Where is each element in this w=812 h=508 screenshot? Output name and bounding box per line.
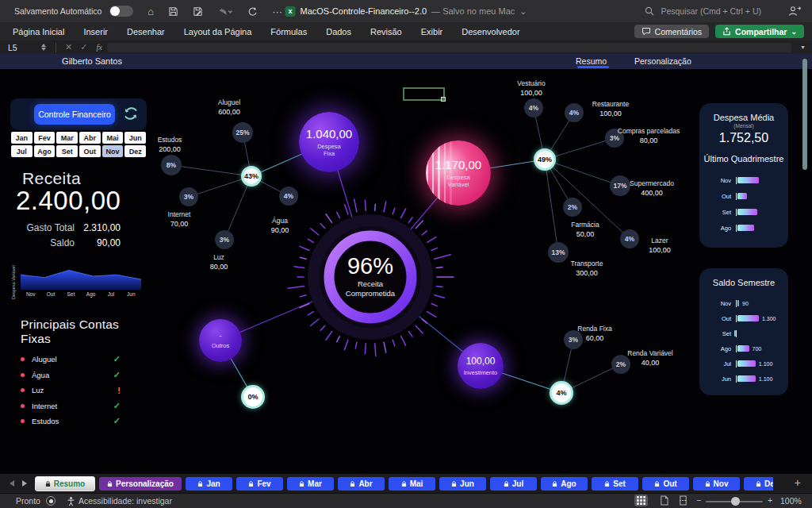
- comment-icon: [642, 27, 651, 37]
- macro-record-icon[interactable]: [46, 496, 56, 506]
- sheet-tab-set[interactable]: Set: [592, 477, 638, 491]
- node-name: Luz: [181, 252, 257, 262]
- label-vestuario: Vestuário100,00: [493, 79, 569, 98]
- bubble-label: Outros: [212, 342, 230, 349]
- controle-financeiro-button[interactable]: Controle Financeiro: [34, 104, 115, 125]
- formula-input[interactable]: [107, 43, 791, 52]
- zoom-slider-knob[interactable]: [731, 497, 740, 506]
- bar-row-nov: Nov90: [699, 296, 788, 311]
- name-box-stepper[interactable]: [41, 44, 46, 51]
- conta-estudos: Estudos✓: [21, 414, 121, 429]
- ribbon-tab-dados[interactable]: Dados: [326, 27, 351, 37]
- month-cell-jan[interactable]: Jan: [11, 132, 33, 144]
- header-nav-personalizacao[interactable]: Personalização: [634, 56, 691, 66]
- bubble-value: 1.170,00: [435, 158, 481, 171]
- sheet-tab-jan[interactable]: Jan: [186, 477, 232, 491]
- page-break-view-button[interactable]: [679, 495, 688, 506]
- ribbon-tab-layout-da-pagina[interactable]: Layout da Página: [184, 27, 252, 37]
- bar: [737, 300, 739, 306]
- sheet-tab-label: Jun: [460, 479, 474, 488]
- search-field[interactable]: Pesquisar (Cmd + Ctrl + U): [661, 6, 761, 16]
- node-name: Lazer: [622, 236, 698, 245]
- tabs-scroll-right-icon[interactable]: [22, 480, 27, 487]
- excel-doc-icon: x: [285, 6, 296, 17]
- redo-icon[interactable]: [247, 6, 258, 17]
- node-farmacia: 2%: [563, 198, 582, 217]
- comments-button[interactable]: Comentários: [634, 25, 710, 38]
- label-transporte: Transporte300,00: [549, 259, 625, 278]
- gauge-label-2: Comprometida: [327, 289, 414, 298]
- bubble-label: DespesaFixa: [317, 143, 341, 157]
- header-nav-resumo[interactable]: Resumo: [576, 56, 607, 66]
- vertical-scrollbar[interactable]: [802, 59, 807, 170]
- share-user-icon[interactable]: [788, 6, 801, 17]
- bullet-icon: [21, 357, 25, 361]
- month-cell-abr[interactable]: Abr: [79, 132, 101, 144]
- sheet-tab-mar[interactable]: Mar: [287, 477, 334, 491]
- sheet-tab-bar: ResumoPersonalizaçãoJanFevMarAbrMaiJunJu…: [0, 474, 812, 493]
- sheet-tab-mai[interactable]: Mai: [389, 477, 435, 491]
- more-icon[interactable]: ···: [272, 6, 282, 17]
- node-value: 100,00: [573, 109, 649, 118]
- alert-icon: !: [117, 386, 121, 395]
- refresh-icon[interactable]: [122, 105, 140, 122]
- node-value: 40,00: [612, 358, 688, 368]
- page-layout-view-button[interactable]: [660, 495, 668, 506]
- sheet-tab-personalizacao[interactable]: Personalização: [99, 477, 182, 491]
- share-label: Compartilhar: [735, 27, 787, 37]
- sheet-tab-dez[interactable]: Dez: [744, 477, 773, 491]
- mini-xlabel-set: Set: [61, 291, 81, 297]
- ribbon-tab-desenvolvedor[interactable]: Desenvolvedor: [462, 27, 519, 37]
- sheet-tab-nov[interactable]: Nov: [693, 477, 740, 491]
- filter-caret-icon[interactable]: ▼: [800, 44, 806, 50]
- autosave-toggle[interactable]: [109, 6, 133, 17]
- ribbon-tab-formulas[interactable]: Fórmulas: [270, 27, 307, 37]
- home-icon[interactable]: ⌂: [147, 6, 154, 17]
- zoom-in-button[interactable]: +: [768, 495, 772, 505]
- label-restaurante: Restaurante100,00: [573, 99, 649, 118]
- sheet-tab-jun[interactable]: Jun: [439, 477, 486, 491]
- sheet-tab-abr[interactable]: Abr: [338, 477, 385, 491]
- month-cell-set[interactable]: Set: [56, 145, 78, 157]
- quadrimestre-bars: NovOutSetAgo: [699, 172, 788, 236]
- ribbon-tab-revisao[interactable]: Revisão: [370, 27, 402, 37]
- sheet-tab-jul[interactable]: Jul: [490, 477, 537, 491]
- add-sheet-button[interactable]: +: [795, 476, 801, 489]
- mini-chart-ylabel: Despesa Variável: [11, 252, 16, 299]
- sheet-tab-fev[interactable]: Fev: [236, 477, 283, 491]
- ribbon-tab-desenhar[interactable]: Desenhar: [127, 27, 165, 37]
- sheet-tab-out[interactable]: Out: [642, 477, 689, 491]
- node-estudos: 8%: [161, 155, 182, 175]
- ribbon-tab-inserir[interactable]: Inserir: [83, 27, 108, 37]
- save-as-icon[interactable]: [193, 6, 203, 17]
- tabs-scroll-left-icon[interactable]: [10, 480, 14, 487]
- name-box[interactable]: L5: [8, 43, 41, 52]
- month-cell-nov[interactable]: Nov: [102, 145, 124, 157]
- title-chevron-icon[interactable]: ⌄: [519, 6, 527, 17]
- ribbon-tab-exibir[interactable]: Exibir: [421, 27, 443, 37]
- cancel-entry-icon[interactable]: ✕: [65, 42, 72, 52]
- bar-label: Nov: [707, 300, 736, 307]
- ribbon-tab-pagina-inicial[interactable]: Página Inicial: [13, 27, 64, 37]
- normal-view-button[interactable]: [634, 495, 648, 506]
- share-button[interactable]: Compartilhar ⌄: [715, 25, 804, 38]
- bar: [737, 315, 759, 321]
- accessibility-status[interactable]: Acessibilidade: investigar: [79, 496, 172, 506]
- zoom-out-button[interactable]: −: [696, 495, 701, 505]
- month-cell-jul[interactable]: Jul: [11, 145, 33, 157]
- save-icon[interactable]: [168, 6, 178, 17]
- month-cell-out[interactable]: Out: [79, 145, 101, 157]
- bar-row-out: Out1.300: [699, 311, 788, 326]
- zoom-percentage[interactable]: 100%: [780, 496, 802, 506]
- month-cell-fev[interactable]: Fev: [34, 132, 56, 144]
- month-cell-ago[interactable]: Ago: [34, 145, 56, 157]
- check-icon: ✓: [113, 401, 121, 411]
- fill-handle[interactable]: [441, 97, 446, 102]
- confirm-entry-icon[interactable]: ✓: [80, 42, 87, 52]
- sheet-tab-resumo[interactable]: Resumo: [35, 476, 95, 491]
- bar-zone: 700: [736, 345, 788, 352]
- month-cell-mai[interactable]: Mai: [102, 132, 124, 144]
- document-title[interactable]: MacOS-Controle-Financeiro--2.0: [301, 6, 427, 16]
- month-cell-mar[interactable]: Mar: [56, 132, 78, 144]
- sheet-tab-ago[interactable]: Ago: [541, 477, 588, 491]
